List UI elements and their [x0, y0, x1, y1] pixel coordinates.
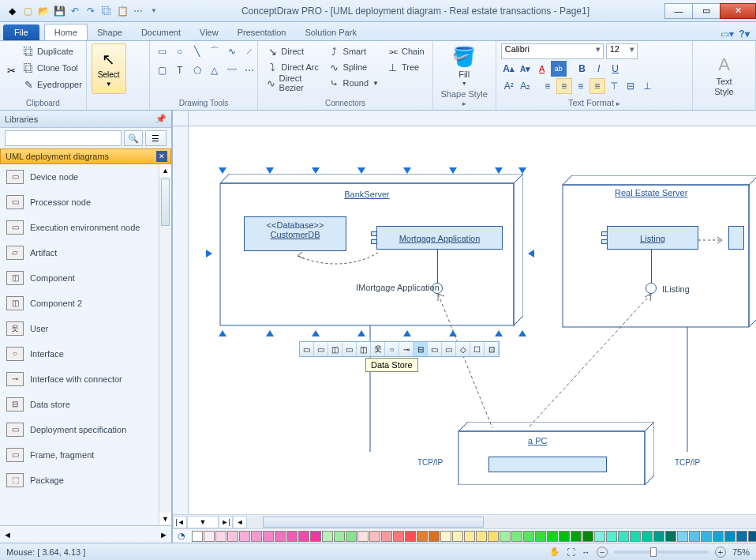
smart-connector[interactable]: ⤴Smart [325, 43, 382, 59]
color-swatch[interactable] [476, 531, 487, 542]
spline-connector[interactable]: ∿Spline [325, 59, 382, 75]
float-tool-12[interactable]: ◇ [456, 342, 470, 356]
align-center-button[interactable]: ≡ [556, 78, 572, 94]
color-swatch[interactable] [665, 531, 676, 542]
tab-solutionpark[interactable]: Solution Park [295, 24, 365, 40]
color-swatch[interactable] [381, 531, 392, 542]
hscroll-track[interactable] [247, 516, 756, 528]
align-justify-button[interactable]: ≡ [589, 78, 605, 94]
clonetool-button[interactable]: ⿻Clone Tool [19, 60, 85, 76]
canvas-hscrollbar[interactable]: |◄ ▼ ►| ◄ ► [173, 514, 756, 528]
subscript-button[interactable]: A₂ [518, 78, 533, 94]
color-swatch[interactable] [535, 531, 546, 542]
apc-inner-component[interactable] [488, 457, 607, 472]
zoom-slider[interactable] [614, 551, 709, 554]
qat-dropdown-icon[interactable]: ▼ [147, 4, 161, 18]
color-swatch[interactable] [429, 531, 440, 542]
library-item[interactable]: ▭Execution environment node [0, 215, 159, 240]
align-left-button[interactable]: ≡ [540, 78, 556, 94]
freehand-tool[interactable]: 〰 [224, 62, 240, 78]
color-swatch[interactable] [204, 531, 215, 542]
valign-top-button[interactable]: ⊤ [606, 78, 622, 94]
color-swatch[interactable] [346, 531, 357, 542]
library-item[interactable]: ▭Frame, fragment [0, 442, 159, 468]
library-item[interactable]: ▱Artifact [0, 240, 159, 265]
fill-button[interactable]: 🪣 Fill ▼ [447, 43, 481, 88]
italic-button[interactable]: I [591, 61, 607, 77]
textstyle-button[interactable]: A Text Style [708, 54, 741, 98]
fit-page-icon[interactable]: ⛶ [567, 547, 575, 557]
lib-next-icon[interactable]: ► [159, 530, 168, 539]
qat-open-icon[interactable]: 📂 [36, 4, 51, 18]
float-tool-datastore[interactable]: ⊟ [414, 342, 428, 356]
color-swatch[interactable] [275, 531, 286, 542]
color-swatch[interactable] [322, 531, 333, 542]
select-tool-button[interactable]: ↖ Select ▼ [92, 43, 126, 94]
color-swatch[interactable] [713, 531, 724, 542]
swatch-picker-icon[interactable]: ◔ [174, 531, 189, 542]
font-family-select[interactable]: Calibri [501, 43, 604, 59]
valign-bot-button[interactable]: ⊥ [639, 78, 655, 94]
hscroll-last[interactable]: ►| [219, 516, 233, 528]
library-item[interactable]: 웃User [0, 316, 159, 341]
library-scrollbar[interactable]: ▲ ▼ [159, 164, 171, 525]
zoom-knob[interactable] [650, 547, 657, 557]
float-tool-10[interactable]: ▭ [428, 342, 442, 356]
color-swatch[interactable] [653, 531, 664, 542]
tab-home[interactable]: Home [44, 24, 88, 40]
underline-button[interactable]: U [608, 61, 623, 77]
more-tools[interactable]: ⋯ [241, 62, 257, 78]
tree-connector[interactable]: ⊥Tree [384, 59, 428, 75]
color-swatch[interactable] [357, 531, 369, 542]
color-swatch[interactable] [192, 531, 203, 542]
color-swatch[interactable] [571, 531, 582, 542]
eyedropper-button[interactable]: ✎Eyedropper [19, 77, 85, 92]
color-swatch[interactable] [369, 531, 380, 542]
color-swatch[interactable] [417, 531, 428, 542]
hscroll-first[interactable]: |◄ [173, 516, 187, 528]
search-input[interactable] [5, 130, 122, 146]
color-swatch[interactable] [689, 531, 700, 542]
color-swatch[interactable] [405, 531, 416, 542]
library-item[interactable]: ⬚Package [0, 468, 159, 493]
color-swatch[interactable] [594, 531, 605, 542]
color-swatch[interactable] [286, 531, 298, 542]
color-swatch[interactable] [488, 531, 499, 542]
align-right-button[interactable]: ≡ [573, 78, 589, 94]
triangle-tool[interactable]: △ [207, 62, 223, 78]
tab-presentation[interactable]: Presentation [228, 24, 296, 40]
valign-mid-button[interactable]: ⊟ [623, 78, 638, 94]
app-icon[interactable]: ◆ [5, 4, 19, 18]
tab-document[interactable]: Document [132, 24, 190, 40]
hand-tool-icon[interactable]: ✋ [549, 547, 560, 557]
zoom-in-button[interactable]: + [715, 547, 726, 558]
help-icon[interactable]: ?▾ [737, 28, 751, 40]
color-swatch[interactable] [310, 531, 321, 542]
color-swatch[interactable] [334, 531, 345, 542]
arc-tool[interactable]: ⌒ [207, 43, 223, 59]
qat-copy-icon[interactable]: ⿻ [99, 4, 114, 18]
color-swatch[interactable] [523, 531, 534, 542]
color-swatch[interactable] [630, 531, 641, 542]
qat-save-icon[interactable]: 💾 [52, 4, 66, 18]
drawing-canvas[interactable]: BankServer [189, 126, 756, 514]
library-item[interactable]: ○Interface [0, 341, 159, 366]
pin-icon[interactable]: 📌 [155, 114, 167, 124]
zoom-out-button[interactable]: − [597, 547, 608, 558]
float-tool-14[interactable]: ⊡ [485, 342, 499, 356]
float-tool-7[interactable]: ○ [385, 342, 399, 356]
library-category[interactable]: UML deployment diagrams ✕ [0, 148, 171, 164]
float-tool-3[interactable]: ◫ [328, 342, 342, 356]
float-tool-2[interactable]: ▭ [314, 342, 328, 356]
color-swatch[interactable] [642, 531, 653, 542]
lib-prev-icon[interactable]: ◄ [3, 530, 12, 539]
minimize-button[interactable]: — [664, 3, 693, 19]
color-swatch[interactable] [736, 531, 747, 542]
tab-shape[interactable]: Shape [88, 24, 132, 40]
qat-new-icon[interactable]: ▢ [21, 4, 35, 18]
library-item[interactable]: ◫Component 2 [0, 291, 159, 316]
window-menu-icon[interactable]: ▭▾ [720, 28, 734, 40]
qat-paste-icon[interactable]: 📋 [115, 4, 129, 18]
highlight-button[interactable]: ab [551, 61, 567, 77]
color-swatch[interactable] [701, 531, 712, 542]
